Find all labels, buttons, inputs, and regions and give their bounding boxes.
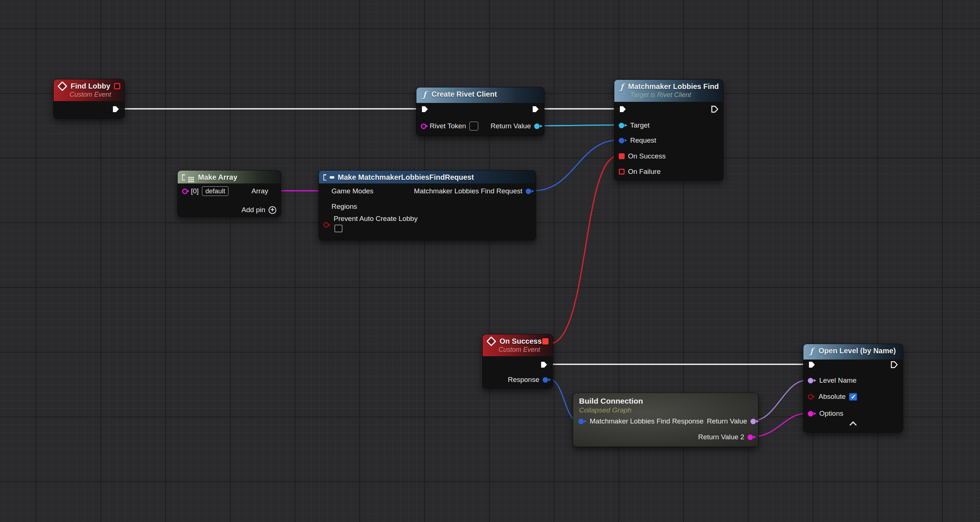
node-make-array[interactable]: Make Array [0] default Array Add pin — [177, 170, 281, 217]
wire-on-success-delegate[interactable] — [549, 156, 618, 344]
node-subtitle: Custom Event — [498, 346, 548, 354]
level-name-pin[interactable] — [808, 378, 813, 383]
node-find-lobby[interactable]: Find Lobby Custom Event — [53, 79, 125, 119]
pin-label: On Success — [628, 152, 665, 160]
pin-label: Regions — [331, 203, 357, 211]
node-title: Open Level (by Name) — [819, 347, 896, 355]
pin-label: Return Value — [707, 417, 747, 425]
pin-label: Target — [630, 121, 650, 129]
pin-label: Rivet Token — [430, 122, 466, 130]
exec-out-pin[interactable] — [540, 361, 548, 369]
find-response-input-pin[interactable] — [578, 419, 584, 424]
chevron-up-icon[interactable] — [850, 421, 857, 428]
absolute-checkbox[interactable] — [849, 393, 857, 401]
wire-return-value-to-target[interactable] — [541, 125, 618, 126]
regions-pin[interactable] — [323, 203, 328, 210]
pin-label: Level Name — [819, 376, 856, 384]
on-failure-delegate-pin[interactable] — [619, 169, 625, 175]
options-pin[interactable] — [808, 411, 813, 416]
exec-out-pin[interactable] — [531, 105, 540, 113]
pin-label: Response — [508, 376, 539, 384]
add-pin-label: Add pin — [242, 206, 265, 214]
node-create-rivet-client[interactable]: ƒ Create Rivet Client Rivet Token Return… — [416, 87, 544, 136]
node-subtitle: Custom Event — [70, 91, 120, 98]
pin-label: Return Value 2 — [698, 433, 744, 441]
array-grid-icon — [188, 177, 190, 178]
node-title: Find Lobby — [71, 82, 110, 90]
add-pin-button[interactable] — [269, 206, 276, 214]
exec-out-pin[interactable] — [890, 361, 898, 369]
struct-pill-icon — [329, 176, 334, 179]
node-open-level-by-name[interactable]: ƒ Open Level (by Name) Level Name Absolu… — [803, 344, 903, 433]
exec-in-pin[interactable] — [619, 105, 627, 113]
array-element-0-pin[interactable] — [182, 189, 188, 194]
node-build-connection[interactable]: Build Connection Collapsed Graph Matchma… — [573, 393, 759, 447]
response-pin[interactable] — [542, 377, 548, 383]
exec-in-pin[interactable] — [421, 105, 429, 113]
rivet-token-pin[interactable] — [421, 124, 426, 129]
node-title: Build Connection — [573, 393, 758, 405]
rivet-token-input[interactable] — [469, 122, 478, 130]
function-icon: ƒ — [619, 83, 625, 90]
custom-event-icon — [57, 81, 67, 91]
node-title: Make Array — [198, 173, 237, 182]
pin-label: [0] — [191, 187, 199, 195]
node-title: Create Rivet Client — [431, 90, 497, 98]
request-pin[interactable] — [619, 138, 624, 143]
node-make-matchmakerlobbiesfindrequest[interactable]: Make MatchmakerLobbiesFindRequest Game M… — [318, 170, 536, 240]
pin-label: Array — [251, 187, 268, 195]
find-request-output-pin[interactable] — [526, 189, 531, 194]
node-matchmaker-lobbies-find[interactable]: ƒ Matchmaker Lobbies Find Target is Rive… — [614, 79, 724, 181]
wire-return-value-2-to-options[interactable] — [752, 413, 807, 437]
target-pin[interactable] — [619, 123, 624, 128]
on-success-delegate-pin[interactable] — [619, 153, 625, 159]
pin-label: Request — [630, 136, 656, 144]
delegate-output-pin[interactable] — [114, 83, 120, 89]
custom-event-icon — [486, 336, 496, 346]
array-output-pin[interactable] — [272, 188, 276, 194]
function-icon: ƒ — [808, 348, 815, 354]
pin-label: Game Modes — [331, 187, 373, 195]
node-title: Make MatchmakerLobbiesFindRequest — [338, 173, 474, 182]
node-subtitle: Target is Rivet Client — [630, 91, 719, 99]
function-icon: ƒ — [421, 91, 428, 98]
return-value-pin[interactable] — [534, 124, 540, 129]
exec-out-pin[interactable] — [112, 105, 120, 113]
pin-label: Matchmaker Lobbies Find Request — [414, 187, 522, 195]
pin-label: Absolute — [819, 393, 846, 401]
pin-label: On Failure — [628, 168, 661, 176]
wire-layer — [0, 0, 980, 522]
game-modes-pin[interactable] — [323, 188, 328, 194]
return-value-pin[interactable] — [751, 419, 756, 424]
pin-label: Options — [819, 409, 843, 417]
return-value-2-pin[interactable] — [748, 435, 753, 440]
node-title: On Success — [500, 337, 542, 346]
exec-in-pin[interactable] — [808, 361, 816, 369]
array-bracket-icon — [182, 174, 185, 181]
prevent-auto-create-lobby-checkbox[interactable] — [334, 225, 342, 232]
exec-out-pin[interactable] — [711, 105, 719, 113]
struct-bracket-icon — [323, 174, 326, 181]
node-on-success-event[interactable]: On Success Custom Event Response — [482, 334, 553, 389]
pin-label: Return Value — [491, 122, 531, 130]
absolute-pin[interactable] — [808, 394, 813, 400]
delegate-output-pin[interactable] — [542, 338, 549, 344]
blueprint-graph-canvas[interactable]: Find Lobby Custom Event ƒ Create Rivet C… — [0, 0, 980, 522]
array-element-0-input[interactable]: default — [202, 186, 228, 196]
pin-label: Prevent Auto Create Lobby — [334, 215, 536, 223]
node-subtitle: Collapsed Graph — [573, 405, 758, 414]
pin-label: Matchmaker Lobbies Find Response — [590, 417, 703, 425]
prevent-auto-create-lobby-pin[interactable] — [323, 222, 329, 228]
node-title: Matchmaker Lobbies Find — [628, 83, 719, 91]
